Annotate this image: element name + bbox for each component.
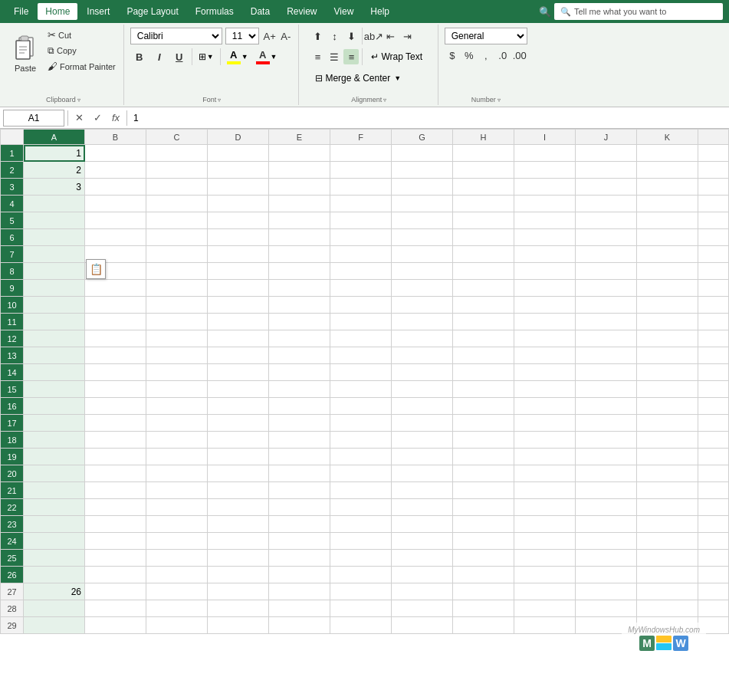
cell-K3[interactable] xyxy=(637,179,698,196)
cell-D7[interactable] xyxy=(208,246,269,263)
cell-B15[interactable] xyxy=(85,381,146,398)
format-painter-button[interactable]: 🖌 Format Painter xyxy=(44,59,119,74)
cell-B27[interactable] xyxy=(85,583,146,600)
cell-C27[interactable] xyxy=(146,583,208,600)
cell-A2[interactable]: 2 xyxy=(24,162,85,179)
row-header-27[interactable]: 27 xyxy=(1,583,24,600)
cell-H27[interactable] xyxy=(453,583,514,600)
cell-G29[interactable] xyxy=(392,617,453,634)
cell-H10[interactable] xyxy=(453,297,514,314)
cell-B3[interactable] xyxy=(85,179,146,196)
font-increase-button[interactable]: A+ xyxy=(262,28,277,44)
row-header-25[interactable]: 25 xyxy=(1,550,24,567)
cell-I20[interactable] xyxy=(514,465,576,482)
cell-L11[interactable] xyxy=(698,314,729,330)
cut-button[interactable]: ✂ Cut xyxy=(44,28,119,42)
clipboard-expand-icon[interactable]: ▿ xyxy=(77,97,80,104)
cell-K22[interactable] xyxy=(637,499,698,516)
cell-G28[interactable] xyxy=(392,600,453,617)
cell-C28[interactable] xyxy=(146,600,208,617)
cell-H1[interactable] xyxy=(453,145,514,162)
cell-D21[interactable] xyxy=(208,482,269,499)
cell-L2[interactable] xyxy=(698,162,729,179)
cell-I5[interactable] xyxy=(514,212,576,229)
cell-I29[interactable] xyxy=(514,617,576,634)
cell-K20[interactable] xyxy=(637,465,698,482)
cell-I24[interactable] xyxy=(514,533,576,550)
cell-G23[interactable] xyxy=(392,516,453,533)
cell-H22[interactable] xyxy=(453,499,514,516)
cell-H26[interactable] xyxy=(453,567,514,583)
cell-C13[interactable] xyxy=(146,347,208,364)
cell-K5[interactable] xyxy=(637,212,698,229)
menu-home[interactable]: Home xyxy=(38,3,77,20)
cell-C22[interactable] xyxy=(146,499,208,516)
cell-C17[interactable] xyxy=(146,415,208,432)
cell-C20[interactable] xyxy=(146,465,208,482)
cell-A10[interactable] xyxy=(24,297,85,314)
cell-K9[interactable] xyxy=(637,280,698,297)
cell-B14[interactable] xyxy=(85,364,146,381)
cell-J8[interactable] xyxy=(576,263,637,280)
cell-C19[interactable] xyxy=(146,449,208,465)
cell-D19[interactable] xyxy=(208,449,269,465)
cell-F12[interactable] xyxy=(330,330,392,347)
cell-E5[interactable] xyxy=(269,212,330,229)
cell-I16[interactable] xyxy=(514,398,576,415)
cell-L14[interactable] xyxy=(698,364,729,381)
cell-A1[interactable]: 1 xyxy=(24,145,85,162)
cell-F4[interactable] xyxy=(330,196,392,212)
cell-K15[interactable] xyxy=(637,381,698,398)
cell-A24[interactable] xyxy=(24,533,85,550)
cell-A8[interactable] xyxy=(24,263,85,280)
cell-H6[interactable] xyxy=(453,229,514,246)
cell-I11[interactable] xyxy=(514,314,576,330)
menu-page-layout[interactable]: Page Layout xyxy=(119,3,186,20)
cell-L28[interactable] xyxy=(698,600,729,617)
cell-G13[interactable] xyxy=(392,347,453,364)
cell-K27[interactable] xyxy=(637,583,698,600)
cell-I18[interactable] xyxy=(514,432,576,449)
cell-I4[interactable] xyxy=(514,196,576,212)
row-header-4[interactable]: 4 xyxy=(1,196,24,212)
cell-J28[interactable] xyxy=(576,600,637,617)
cell-L26[interactable] xyxy=(698,567,729,583)
cell-D20[interactable] xyxy=(208,465,269,482)
cell-F1[interactable] xyxy=(330,145,392,162)
cell-E27[interactable] xyxy=(269,583,330,600)
col-header-E[interactable]: E xyxy=(269,130,330,145)
cell-E3[interactable] xyxy=(269,179,330,196)
cell-L21[interactable] xyxy=(698,482,729,499)
cell-G27[interactable] xyxy=(392,583,453,600)
row-header-6[interactable]: 6 xyxy=(1,229,24,246)
menu-review[interactable]: Review xyxy=(279,3,324,20)
cell-J9[interactable] xyxy=(576,280,637,297)
cell-F20[interactable] xyxy=(330,465,392,482)
search-box[interactable]: 🔍 Tell me what you want to xyxy=(554,3,723,20)
cell-J6[interactable] xyxy=(576,229,637,246)
cell-D5[interactable] xyxy=(208,212,269,229)
cell-J2[interactable] xyxy=(576,162,637,179)
row-header-28[interactable]: 28 xyxy=(1,600,24,617)
cell-G19[interactable] xyxy=(392,449,453,465)
cell-K28[interactable] xyxy=(637,600,698,617)
cell-G20[interactable] xyxy=(392,465,453,482)
cell-D22[interactable] xyxy=(208,499,269,516)
cell-A27[interactable]: 26 xyxy=(24,583,85,600)
cell-A15[interactable] xyxy=(24,381,85,398)
paste-icon-overlay[interactable]: 📋 xyxy=(86,259,106,279)
cell-D10[interactable] xyxy=(208,297,269,314)
cell-I7[interactable] xyxy=(514,246,576,263)
font-family-select[interactable]: Calibri xyxy=(130,28,222,44)
cell-J17[interactable] xyxy=(576,415,637,432)
cell-G7[interactable] xyxy=(392,246,453,263)
cell-E20[interactable] xyxy=(269,465,330,482)
cell-H21[interactable] xyxy=(453,482,514,499)
cell-K24[interactable] xyxy=(637,533,698,550)
cell-I17[interactable] xyxy=(514,415,576,432)
cell-H15[interactable] xyxy=(453,381,514,398)
cell-B19[interactable] xyxy=(85,449,146,465)
cell-C2[interactable] xyxy=(146,162,208,179)
cell-C26[interactable] xyxy=(146,567,208,583)
cell-L13[interactable] xyxy=(698,347,729,364)
